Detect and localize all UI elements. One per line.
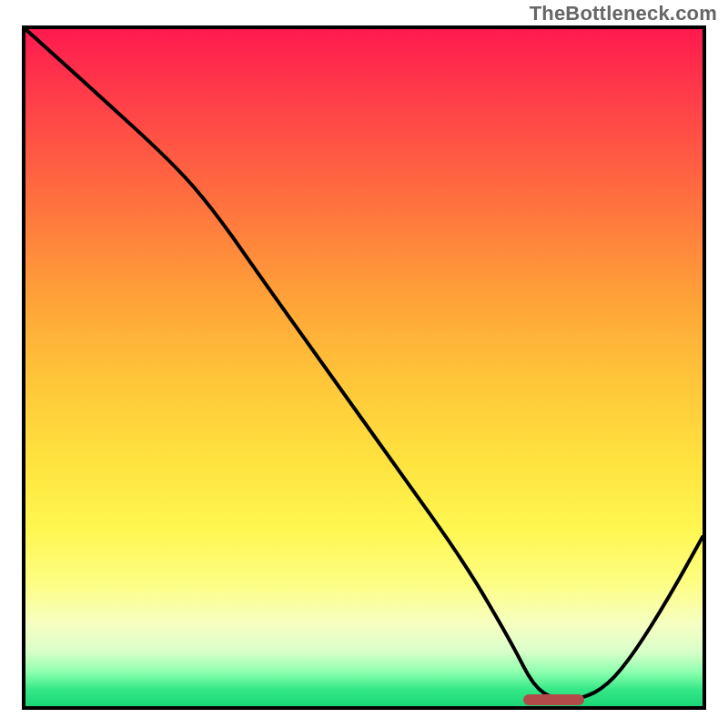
bottleneck-curve: [25, 29, 703, 706]
optimal-range-marker: [523, 694, 584, 705]
chart-container: TheBottleneck.com: [0, 0, 728, 728]
plot-frame: [22, 25, 706, 710]
watermark-text: TheBottleneck.com: [530, 2, 717, 25]
